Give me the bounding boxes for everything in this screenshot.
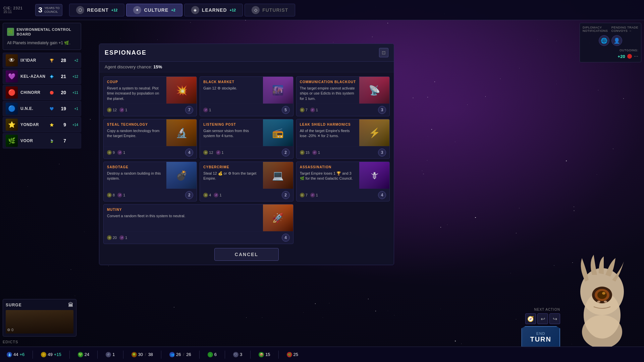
culture-stat-bonus: +6 [19,352,24,357]
undo-button[interactable]: ↩ [537,313,548,324]
esp-card-sabotage[interactable]: SABOTAGE Destroy a random building in th… [103,162,197,201]
empire-item-ixidar[interactable]: 👁 IX'IDAR 🏆 28 +2 [3,53,81,68]
empire-avatar-chinorr: 🔴 [6,86,18,99]
bottom-bar: 💧 44 +6 ⚙ 49 +15 💚 24 ↺ 1 🍀 30 / 38 👥 26… [0,347,644,362]
esp-card-assassination[interactable]: ASSASSINATION Target Empire loses 1 🏆 an… [296,162,390,201]
cost-group-comm-blackout: ⚙7 ↺1 [300,108,318,112]
tab-regent[interactable]: ⬡ REGENT +12 [69,4,124,16]
esp-card-listening-post[interactable]: LISTENING POST Gain sensor vision from t… [200,119,293,159]
env-board: 🌿 ENVIRONMENTAL CONTROL BOARD All Planet… [3,23,81,50]
stat-industry: ⚙ 49 +15 [41,352,61,357]
empire-name-kelazaan: KEL-AZAAN [20,74,46,79]
diplomacy-icon-1[interactable]: 🌐 [599,35,609,46]
esp-card-cybercrime[interactable]: CYBERCRIME Steal 12 💰 or ⚙ from the targ… [200,162,293,201]
empire-badge-une: 💙 [48,105,55,112]
agent-cost-steal-tech: ↺1 [117,150,125,155]
gear-cost-steal-tech: ⚙9 [107,150,115,155]
esp-card-leak-shield[interactable]: LEAK SHIELD HARMONICS All of the target … [296,119,390,159]
alien-character [560,241,644,349]
agent-val-sabotage: 1 [123,193,125,197]
empire-badge-voor: 🍃 [48,137,55,144]
gear-cost-mutiny: ⚙20 [107,235,117,240]
env-icon: 🌿 [7,28,14,36]
esp-card-text-coup: COUP Revert a system to neutral. Plot ti… [104,77,166,104]
redo-button[interactable]: ↪ [549,313,560,324]
esp-card-desc-listening-post: Gain sensor vision from this system for … [203,128,259,139]
surge-cost: ⚙ 0 [7,328,13,332]
stat-divider-8 [250,351,251,359]
empire-list: 👁 IX'IDAR 🏆 28 +2 💜 KEL-AZAAN 💠 21 +12 🔴… [3,53,81,148]
cost-group-assassination: ⚙7 ↺1 [300,193,318,197]
esp-card-footer-assassination: ⚙7 ↺1 4 [297,189,389,201]
gear-val-steal-tech: 9 [113,150,115,155]
turns-badge-sabotage: 2 [185,191,193,199]
tab-futurist[interactable]: ◇ FUTURIST [245,4,295,16]
agent-icon: ↺ [310,193,315,197]
esp-card-icon-comm-blackout: 📡 [359,77,389,104]
credits-stat-val: 24 [85,352,89,357]
esp-card-text-steal-tech: STEAL TECHNOLOGY Copy a random technolog… [104,119,166,146]
gear-icon: ⚙ [203,150,208,155]
cost-group-cybercrime: ⚙4 ↺1 [203,193,221,197]
nature-stat-val: 25 [293,352,298,357]
agent-cost-leak-shield: ↺1 [312,150,320,155]
esp-card-steal-tech[interactable]: STEAL TECHNOLOGY Copy a random technolog… [103,119,197,159]
stat-nature: 🌿 25 [287,352,298,357]
years-num: 3 [38,6,42,14]
stat-divider-9 [278,351,279,359]
turns-badge-assassination: 4 [378,191,386,199]
empire-item-kelazaan[interactable]: 💜 KEL-AZAAN 💠 21 +12 [3,69,81,84]
empire-name-chinorr: CHINORR [20,90,46,95]
esp-card-text-assassination: ASSASSINATION Target Empire loses 1 🏆 an… [297,162,359,189]
turns-badge-listening-post: 2 [282,148,290,157]
turns-badge-leak-shield: 3 [378,148,386,157]
svg-point-7 [597,301,600,303]
agent-val-steal-tech: 1 [123,150,125,155]
trade-label: PENDING TRADECONVOYS → [611,26,638,33]
tab-futurist-label: FUTURIST [262,7,288,13]
culture-icon: ✦ [133,6,141,14]
tab-culture[interactable]: ✦ CULTURE +2 [126,4,182,16]
env-board-header: 🌿 ENVIRONMENTAL CONTROL BOARD [7,27,77,37]
stat-pop: 👥 26 / 26 [169,352,191,357]
empire-item-une[interactable]: 🔵 U.N.E. 💙 19 +1 [3,101,81,116]
nav-buttons: 🧭 ↩ ↪ [525,313,560,324]
env-board-title: ENVIRONMENTAL CONTROL BOARD [17,27,77,37]
empire-item-yondar[interactable]: ⭐ YONDAR ⭐ 9 +14 [3,117,81,132]
esp-card-comm-blackout[interactable]: COMMUNICATION BLACKOUT The target empire… [296,76,390,116]
edicts-label: EDICTS [3,339,76,345]
esp-card-footer-mutiny: ⚙20 ↺1 4 [104,231,293,244]
cancel-button[interactable]: CANCEL [214,248,279,261]
esp-card-coup[interactable]: COUP Revert a system to neutral. Plot ti… [103,76,197,116]
agents-stat-val: 1 [112,352,115,357]
agent-val-assassination: 1 [316,193,318,197]
stat-trade: ↕ 6 [208,352,217,357]
trade-value: +20 [618,54,625,59]
gear-cost-assassination: ⚙7 [300,193,308,197]
empire-item-chinorr[interactable]: 🔴 CHINORR 🔴 20 +11 [3,85,81,100]
compass-button[interactable]: 🧭 [525,313,536,324]
gear-cost-listening-post: ⚙12 [203,150,213,155]
empire-delta-yondar: +14 [69,123,78,127]
empire-score-une: 19 [58,106,66,111]
end-turn-area: NEXT ACTION 🧭 ↩ ↪ END TURN [521,308,560,349]
esp-card-black-market[interactable]: BLACK MARKET Gain 12 ⚙ stockpile. 🌆 ↺1 5 [200,76,293,116]
esp-card-desc-leak-shield: All of the target Empire's fleets lose -… [300,128,356,139]
pop-stat-max: 26 [186,352,191,357]
defense-stat-icon: 🛡 [233,352,238,357]
esp-card-icon-assassination: 🗡 [359,162,389,189]
end-turn-button[interactable]: END TURN [521,326,560,349]
agent-icon: ↺ [117,193,122,197]
esp-card-mutiny[interactable]: MUTINY Convert a random fleet in this sy… [103,204,293,244]
surge-header: SURGE 🏛 [6,302,73,308]
tab-learned[interactable]: ◈ LEARNED +12 [184,4,243,16]
esp-card-img-listening-post: 📻 [263,119,293,146]
cie-time: 15:11 [3,10,12,14]
dialog-close-button[interactable]: ⊡ [379,48,388,57]
espionage-dialog: ESPIONAGE ⊡ Agent discovery chance: 15% … [99,44,394,265]
diplomacy-icon-2[interactable]: 👤 [611,35,622,46]
agent-val-listening-post: 1 [222,150,224,155]
years-badge: 3 YEARS TOCOUNCIL [35,4,62,16]
empire-item-voor[interactable]: 🌿 VOOR 🍃 7 [3,133,81,148]
agent-cost-comm-blackout: ↺1 [310,108,318,112]
